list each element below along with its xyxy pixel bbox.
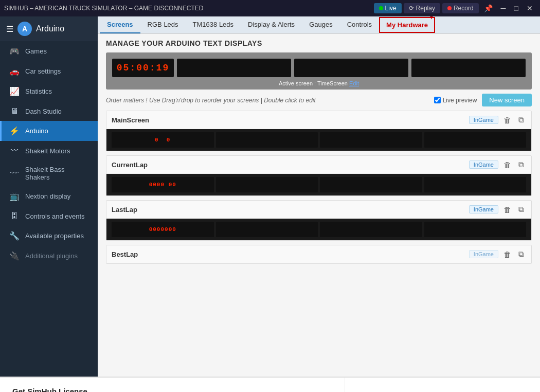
tab-display-alerts[interactable]: Display & Alerts: [241, 16, 302, 33]
bottom-heading1: Get SimHub License and help SimHub devel…: [12, 387, 332, 392]
sidebar-item-games[interactable]: 🎮 Games: [0, 41, 98, 61]
replay-icon: ⟳: [409, 5, 414, 12]
mini-display-ll-2: [216, 222, 318, 237]
close-button[interactable]: ✕: [524, 3, 536, 13]
bottom-right: 🚀 TEST LICENSED FULL SPEED GET LICENSED …: [345, 378, 540, 392]
badge-ingame-currentlap: InGame: [469, 161, 498, 169]
mini-display-ll-1: 0000000: [112, 222, 214, 237]
screen-header-main: MainScreen InGame 🗑 ⧉: [106, 111, 531, 129]
screen-header-currentlap: CurrentLap InGame 🗑 ⧉: [106, 156, 531, 174]
badge-ingame-lastlap: InGame: [469, 205, 498, 213]
mini-display-4: [424, 132, 527, 148]
sidebar-item-shakeit-bass[interactable]: 〰 ShakeIt Bass Shakers: [0, 161, 98, 186]
mini-display-ll-4: [424, 222, 527, 237]
copy-btn-bestlap[interactable]: ⧉: [516, 248, 526, 260]
arduino-icon: ⚡: [9, 126, 20, 136]
mini-display-cl-2: [216, 177, 318, 192]
sidebar-item-arduino[interactable]: ⚡ Arduino: [0, 121, 98, 141]
shakeit-bass-icon: 〰: [9, 169, 20, 178]
sidebar-label-games: Games: [25, 47, 47, 55]
nextion-icon: 📺: [9, 191, 20, 201]
sidebar-label-arduino: Arduino: [25, 127, 48, 135]
active-screen-label: Active screen : TimeScreen Edit: [112, 80, 526, 86]
live-preview-label: Live preview: [443, 97, 477, 104]
replay-button[interactable]: ⟳ Replay: [404, 3, 440, 13]
tab-controls[interactable]: Controls: [340, 16, 379, 33]
sidebar-label-properties: Available properties: [25, 232, 84, 240]
displays-row: 05:00:19: [112, 59, 526, 77]
display-4: [411, 59, 526, 77]
new-screen-button[interactable]: New screen: [482, 94, 532, 106]
copy-btn-main[interactable]: ⧉: [516, 114, 526, 126]
minimize-button[interactable]: ─: [498, 3, 509, 13]
main-content: Screens RGB Leds TM1638 Leds Display & A…: [98, 16, 540, 377]
mini-display-ll-3: [320, 222, 422, 237]
live-preview-checkbox-label[interactable]: Live preview: [434, 97, 477, 104]
dash-studio-icon: 🖥: [9, 106, 20, 116]
mini-display-cl-3: [320, 177, 422, 192]
sidebar-label-plugins: Additional plugins: [25, 252, 78, 260]
app-icon: A: [17, 22, 32, 36]
record-button[interactable]: Record: [442, 3, 479, 13]
sidebar-item-shakeit-motors[interactable]: 〰 ShakeIt Motors: [0, 141, 98, 161]
live-preview-controls: Live preview New screen: [434, 94, 532, 106]
screen-preview-currentlap: 0000 00: [106, 174, 531, 195]
sidebar-label-shakeit-motors: ShakeIt Motors: [25, 147, 70, 155]
copy-btn-lastlap[interactable]: ⧉: [516, 204, 526, 215]
delete-btn-lastlap[interactable]: 🗑: [501, 204, 513, 215]
preview-area: 05:00:19 Active screen : TimeScreen Edit: [106, 52, 532, 90]
sidebar-label-dash-studio: Dash Studio: [25, 108, 62, 115]
copy-btn-currentlap[interactable]: ⧉: [516, 159, 526, 170]
hint-text: Order matters ! Use Drag'n'drop to reord…: [106, 97, 316, 104]
display-3: [294, 59, 408, 77]
sidebar-item-plugins[interactable]: 🔌 Additional plugins: [0, 246, 98, 266]
live-button[interactable]: Live: [374, 3, 402, 13]
sidebar-item-car-settings[interactable]: 🚗 Car settings: [0, 61, 98, 81]
edit-link[interactable]: Edit: [349, 80, 359, 86]
window-controls: Live ⟳ Replay Record 📌 ─ □ ✕: [374, 3, 536, 13]
mini-digits-1: 0 0: [155, 137, 170, 143]
screen-name-main: MainScreen: [112, 116, 149, 124]
statistics-icon: 📈: [9, 86, 20, 96]
mini-digits-ll-1: 0000000: [149, 226, 176, 233]
delete-btn-bestlap[interactable]: 🗑: [501, 249, 513, 260]
sidebar-label-statistics: Statistics: [25, 87, 52, 95]
sidebar-item-nextion[interactable]: 📺 Nextion display: [0, 186, 98, 206]
screen-item-lastlap: LastLap InGame 🗑 ⧉ 0000000: [106, 200, 532, 241]
mini-display-3: [320, 132, 422, 148]
mini-display-cl-1: 0000 00: [112, 177, 214, 192]
sidebar-item-controls[interactable]: 🎛 Controls and events: [0, 206, 98, 226]
maximize-button[interactable]: □: [511, 3, 521, 13]
badge-ingame-bestlap: InGame: [469, 250, 498, 258]
sidebar-label-car-settings: Car settings: [25, 67, 61, 75]
tab-screens[interactable]: Screens: [100, 16, 140, 33]
controls-icon: 🎛: [9, 211, 20, 221]
pin-button[interactable]: 📌: [481, 3, 496, 13]
content-area: MANAGE YOUR ARDUINO TEXT DISPLAYS 05:00:…: [98, 34, 540, 377]
tab-tm1638[interactable]: TM1638 Leds: [186, 16, 241, 33]
display-2: [177, 59, 291, 77]
delete-btn-currentlap[interactable]: 🗑: [501, 159, 513, 170]
sidebar-item-statistics[interactable]: 📈 Statistics: [0, 81, 98, 101]
live-dot: [379, 6, 383, 10]
sidebar-header: ☰ A Arduino: [0, 16, 98, 41]
arrow-icon: [421, 16, 442, 21]
screen-item-main: MainScreen InGame 🗑 ⧉ 0 0: [106, 111, 532, 151]
tab-my-hardware[interactable]: My Hardware: [379, 17, 435, 33]
tab-gauges[interactable]: Gauges: [302, 16, 340, 33]
sidebar-item-properties[interactable]: 🔧 Available properties: [0, 226, 98, 246]
sidebar-item-dash-studio[interactable]: 🖥 Dash Studio: [0, 101, 98, 121]
bottom-left: Get SimHub License and help SimHub devel…: [0, 378, 345, 392]
display-active: 05:00:19: [112, 59, 174, 77]
tab-rgb-leds[interactable]: RGB Leds: [140, 16, 186, 33]
screen-preview-lastlap: 0000000: [106, 219, 531, 240]
app-layout: ☰ A Arduino 🎮 Games 🚗 Car settings 📈 Sta…: [0, 16, 540, 377]
live-preview-checkbox[interactable]: [434, 97, 441, 103]
section-title: MANAGE YOUR ARDUINO TEXT DISPLAYS: [106, 39, 532, 47]
sidebar-label-shakeit-bass: ShakeIt Bass Shakers: [25, 166, 91, 181]
delete-btn-main[interactable]: 🗑: [501, 115, 513, 126]
title-text: SIMHUB – AMERICAN TRUCK SIMULATOR – GAME…: [4, 5, 203, 12]
menu-icon[interactable]: ☰: [6, 24, 13, 34]
screen-name-lastlap: LastLap: [112, 206, 137, 213]
screen-actions-main: InGame 🗑 ⧉: [469, 114, 526, 126]
